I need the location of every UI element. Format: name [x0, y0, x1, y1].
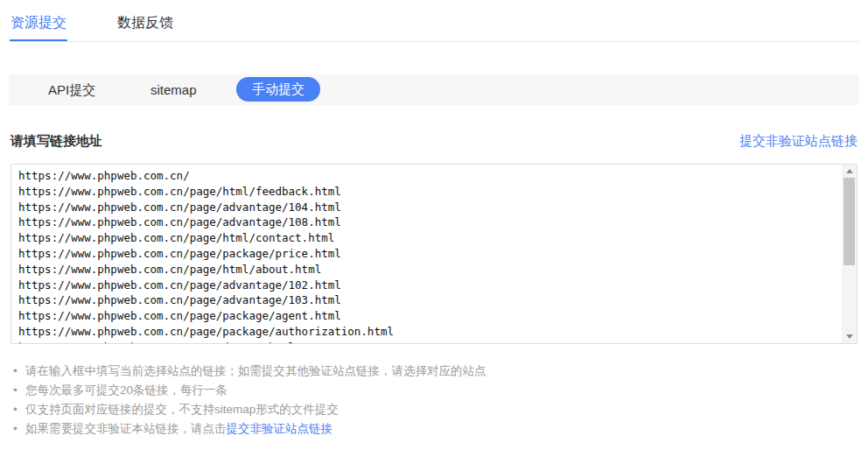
- tab-resource-submit[interactable]: 资源提交: [10, 14, 66, 32]
- url-input[interactable]: https://www.phpweb.com.cn/ https://www.p…: [11, 165, 841, 343]
- tip-last-prefix: 如果需要提交非验证本站链接，请点击: [25, 422, 227, 435]
- subtab-api-submit[interactable]: API提交: [48, 74, 95, 105]
- subtab-sitemap[interactable]: sitemap: [150, 74, 197, 105]
- scrollbar-thumb[interactable]: [844, 178, 855, 265]
- scroll-up-icon: [846, 169, 853, 173]
- scroll-down-icon: [846, 334, 853, 339]
- tab-bar-divider: [9, 41, 859, 42]
- tip-item: 仅支持页面对应链接的提交，不支持sitemap形式的文件提交: [10, 400, 858, 419]
- tip-item: 您每次最多可提交20条链接，每行一条: [10, 381, 858, 400]
- submit-page: 资源提交 数据反馈 API提交 sitemap 手动提交 请填写链接地址 提交非…: [0, 0, 868, 457]
- submit-mode-bar: API提交 sitemap 手动提交: [9, 74, 859, 105]
- tip-item: 如果需要提交非验证本站链接，请点击提交非验证站点链接: [10, 419, 858, 439]
- tip-item: 请在输入框中填写当前选择站点的链接；如需提交其他验证站点链接，请选择对应的站点: [10, 362, 858, 381]
- subtab-manual-submit[interactable]: 手动提交: [236, 77, 320, 102]
- url-input-box: https://www.phpweb.com.cn/ https://www.p…: [10, 164, 858, 344]
- scroll-up-button[interactable]: [842, 165, 857, 178]
- tab-data-feedback[interactable]: 数据反馈: [117, 14, 173, 32]
- form-title: 请填写链接地址: [10, 133, 102, 150]
- top-tab-bar: 资源提交 数据反馈: [0, 0, 868, 42]
- tips-list: 请在输入框中填写当前选择站点的链接；如需提交其他验证站点链接，请选择对应的站点 …: [10, 362, 858, 439]
- alt-site-link-top[interactable]: 提交非验证站点链接: [739, 133, 858, 150]
- scroll-down-button[interactable]: [842, 330, 857, 343]
- alt-site-link-bottom[interactable]: 提交非验证站点链接: [227, 422, 333, 435]
- scrollbar[interactable]: [842, 165, 857, 343]
